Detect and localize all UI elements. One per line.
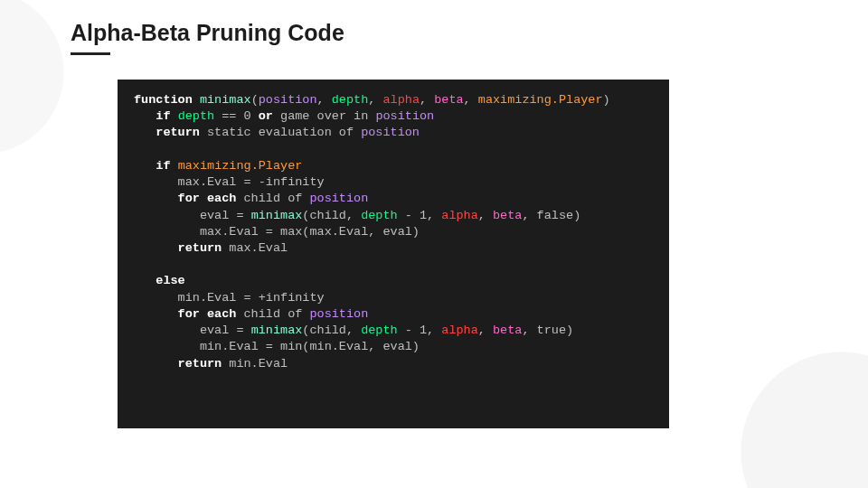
code-block: function minimax(position, depth, alpha,… (118, 80, 669, 428)
code-line-6: max.Eval = -infinity (134, 175, 325, 189)
code-line-1: function minimax(position, depth, alpha,… (134, 93, 610, 107)
code-line-16: min.Eval = min(min.Eval, eval) (134, 340, 420, 353)
slide-title: Alpha-Beta Pruning Code (71, 20, 344, 46)
code-line-5: if maximizing.Player (134, 159, 302, 173)
code-line-9: max.Eval = max(max.Eval, eval) (134, 225, 420, 239)
code-line-13: min.Eval = +infinity (134, 291, 325, 305)
code-line-10: return max.Eval (134, 241, 288, 255)
code-line-17: return min.Eval (134, 357, 288, 371)
code-line-15: eval = minimax(child, depth - 1, alpha, … (134, 324, 573, 337)
slide: Alpha-Beta Pruning Code function minimax… (0, 0, 868, 488)
code-line-8: eval = minimax(child, depth - 1, alpha, … (134, 209, 580, 222)
code-line-7: for each child of position (134, 192, 368, 205)
title-underline (71, 52, 110, 55)
code-line-3: return static evaluation of position (134, 126, 420, 139)
code-line-14: for each child of position (134, 307, 368, 321)
code-line-12: else (134, 274, 185, 287)
code-line-2: if depth == 0 or game over in position (134, 109, 434, 123)
